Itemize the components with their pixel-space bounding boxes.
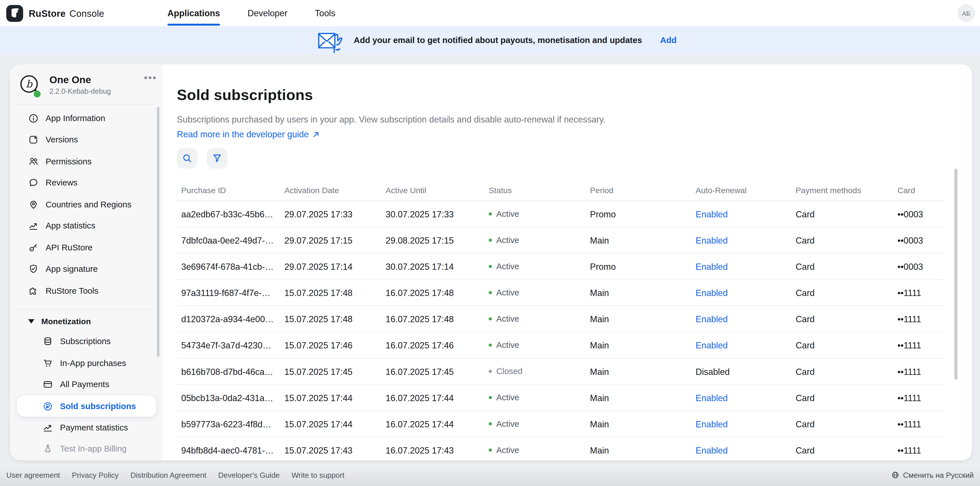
- activation-cell: 15.07.2025 17:45: [280, 366, 381, 376]
- auto-renewal-link[interactable]: Enabled: [691, 288, 791, 298]
- section-label: Monetization: [41, 317, 91, 326]
- flask-icon: [43, 443, 53, 454]
- tab-developer[interactable]: Developer: [247, 0, 287, 26]
- top-bar: RuStoreConsole ApplicationsDeveloperTool…: [0, 0, 980, 26]
- auto-renewal-label: Disabled: [691, 366, 791, 376]
- sidebar-item-rustore-tools[interactable]: RuStore Tools: [10, 280, 163, 302]
- sidebar-item-label: Versions: [46, 135, 78, 145]
- until-cell: 30.07.2025 17:33: [381, 209, 484, 219]
- period-cell: Promo: [585, 209, 691, 219]
- until-cell: 16.07.2025 17:44: [381, 419, 484, 429]
- sidebar-item-label: Reviews: [46, 178, 78, 187]
- sidebar-item-reviews[interactable]: Reviews: [10, 172, 163, 194]
- app-icon: b: [18, 74, 41, 97]
- sidebar-item-in-app-purchases[interactable]: In-App purchases: [10, 353, 163, 374]
- app-menu-dots-icon[interactable]: •••: [144, 75, 157, 81]
- status-dot-icon: [489, 213, 492, 216]
- card-cell: ••0003: [893, 235, 944, 245]
- status-label: Active: [496, 419, 519, 429]
- method-cell: Card: [791, 235, 893, 245]
- footer-link-privacy-policy[interactable]: Privacy Policy: [72, 471, 119, 480]
- period-cell: Main: [585, 366, 691, 376]
- auto-renewal-link[interactable]: Enabled: [691, 340, 791, 350]
- footer-link-developer-s-guide[interactable]: Developer's Guide: [218, 471, 280, 480]
- page-description: Subscriptions purchased by users in your…: [177, 114, 972, 125]
- sidebar-item-subscriptions[interactable]: Subscriptions: [10, 331, 163, 353]
- brand-text: RuStoreConsole: [29, 8, 104, 19]
- auto-renewal-link[interactable]: Enabled: [691, 392, 791, 403]
- app-header: b One One 2.2.0-Kebab-debug •••: [10, 64, 163, 97]
- method-cell: Card: [791, 340, 893, 350]
- tab-tools[interactable]: Tools: [315, 0, 336, 26]
- sidebar-item-label: Permissions: [46, 157, 92, 166]
- sidebar-item-countries-and-regions[interactable]: Countries and Regions: [10, 194, 163, 215]
- developer-guide-link[interactable]: Read more in the developer guide: [177, 129, 320, 139]
- table-row[interactable]: aa2edb67-b33c-45b6…29.07.2025 17:3330.07…: [177, 201, 944, 227]
- status-cell: Active: [484, 236, 585, 245]
- id-cell: b597773a-6223-4f8d…: [177, 419, 280, 429]
- search-button[interactable]: [177, 148, 197, 168]
- sidebar-item-sold-subscriptions[interactable]: Sold subscriptions: [17, 395, 156, 417]
- table-row[interactable]: 97a31119-f687-4f7e-…15.07.2025 17:4816.0…: [177, 280, 944, 306]
- sidebar-item-payment-statistics[interactable]: Payment statistics: [10, 416, 163, 438]
- sidebar-section-monetization[interactable]: Monetization: [10, 312, 163, 331]
- activation-cell: 29.07.2025 17:33: [280, 209, 381, 219]
- sidebar-item-app-information[interactable]: App Information: [10, 107, 163, 129]
- table-row[interactable]: b597773a-6223-4f8d…15.07.2025 17:4416.07…: [177, 411, 944, 437]
- table-row[interactable]: 7dbfc0aa-0ee2-49d7-…29.07.2025 17:1529.0…: [177, 227, 944, 254]
- id-cell: d120372a-a934-4e00…: [177, 314, 280, 324]
- rustore-brand[interactable]: RuStoreConsole: [6, 5, 104, 22]
- auto-renewal-link[interactable]: Enabled: [691, 235, 791, 245]
- table-row[interactable]: 05bcb13a-0da2-431a…15.07.2025 17:4416.07…: [177, 385, 944, 411]
- shield-icon: [28, 264, 39, 274]
- table-row[interactable]: b616b708-d7bd-46ca…15.07.2025 17:4516.07…: [177, 359, 944, 385]
- table-row[interactable]: 94bfb8d4-aec0-4781-…15.07.2025 17:4316.0…: [177, 437, 944, 461]
- filter-button[interactable]: [207, 148, 228, 168]
- id-cell: 3e69674f-678a-41cb-…: [177, 262, 280, 272]
- table-scrollbar[interactable]: [955, 168, 958, 380]
- status-cell: Active: [484, 210, 585, 219]
- status-label: Active: [496, 288, 519, 297]
- until-cell: 16.07.2025 17:44: [381, 392, 484, 403]
- sidebar-divider-2: [16, 309, 154, 310]
- sidebar-item-api-rustore[interactable]: API RuStore: [10, 237, 163, 258]
- period-cell: Main: [585, 445, 691, 455]
- status-label: Active: [496, 340, 519, 350]
- developer-guide-link-label: Read more in the developer guide: [177, 129, 309, 139]
- sidebar-item-app-signature[interactable]: App signature: [10, 258, 163, 280]
- sidebar-item-permissions[interactable]: Permissions: [10, 151, 163, 172]
- page-background: b One One 2.2.0-Kebab-debug ••• App Info…: [0, 54, 980, 486]
- sidebar-item-app-statistics[interactable]: App statistics: [10, 215, 163, 237]
- screen: RuStoreConsole ApplicationsDeveloperTool…: [0, 0, 980, 486]
- sidebar-item-all-payments[interactable]: All Payments: [10, 374, 163, 395]
- sidebar-item-label: In-App purchases: [60, 358, 126, 368]
- footer-link-distribution-agreement[interactable]: Distribution Agreement: [130, 471, 206, 480]
- banner-add-button[interactable]: Add: [660, 36, 677, 45]
- auto-renewal-link[interactable]: Enabled: [691, 262, 791, 272]
- subscriptions-table: Purchase IDActivation DateActive UntilSt…: [177, 179, 944, 461]
- language-switcher[interactable]: Сменить на Русский: [891, 471, 974, 480]
- auto-renewal-link[interactable]: Enabled: [691, 445, 791, 455]
- sidebar-item-label: Subscriptions: [60, 337, 111, 346]
- auto-renewal-link[interactable]: Enabled: [691, 314, 791, 324]
- status-label: Active: [496, 393, 519, 402]
- column-header-period: Period: [585, 185, 691, 195]
- trend-icon: [28, 221, 39, 231]
- sidebar-item-test-in-app-billing[interactable]: Test In-app Billing: [10, 438, 163, 460]
- table-row[interactable]: d120372a-a934-4e00…15.07.2025 17:4816.07…: [177, 306, 944, 332]
- sidebar-item-versions[interactable]: Versions: [10, 129, 163, 151]
- table-row[interactable]: 3e69674f-678a-41cb-…29.07.2025 17:1430.0…: [177, 254, 944, 280]
- activation-cell: 15.07.2025 17:46: [280, 340, 381, 350]
- versions-icon: [28, 135, 39, 145]
- table-row[interactable]: 54734e7f-3a7d-4230…15.07.2025 17:4616.07…: [177, 332, 944, 359]
- sidebar-item-label: API RuStore: [46, 243, 93, 252]
- sidebar-scrollbar[interactable]: [157, 107, 159, 357]
- auto-renewal-link[interactable]: Enabled: [691, 209, 791, 219]
- footer-link-write-to-support[interactable]: Write to support: [292, 471, 344, 480]
- tab-applications[interactable]: Applications: [168, 0, 220, 26]
- period-cell: Main: [585, 340, 691, 350]
- footer-link-user-agreement[interactable]: User agreement: [6, 471, 60, 480]
- page-title: Sold subscriptions: [177, 86, 972, 104]
- user-avatar[interactable]: АБ: [958, 4, 975, 22]
- auto-renewal-link[interactable]: Enabled: [691, 419, 791, 429]
